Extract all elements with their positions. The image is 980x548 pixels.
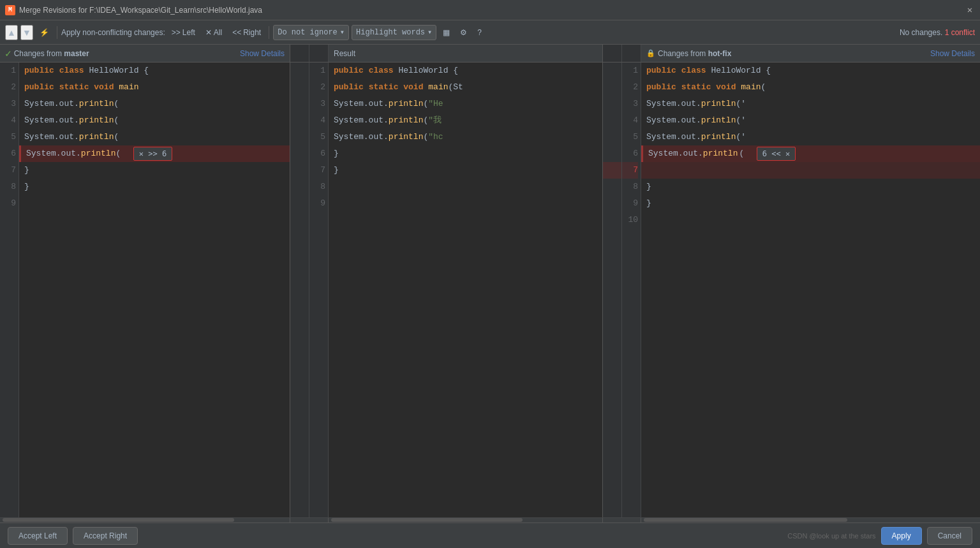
watermark-text: CSDN @look up at the stars — [787, 532, 875, 540]
magic-button[interactable]: ⚡ — [36, 25, 53, 40]
left-code: public class HelloWorld { public static … — [19, 63, 290, 517]
gutter-right-header — [603, 45, 622, 62]
apply-all-button[interactable]: ✕ All — [202, 25, 226, 40]
settings-button[interactable]: ⚙ — [456, 25, 471, 40]
right-code: public class HelloWorld { public static … — [641, 63, 980, 517]
highlight-dropdown[interactable]: Highlight words ▾ — [352, 25, 436, 40]
gutter-left — [290, 63, 309, 517]
middle-panel-title: Result — [334, 49, 355, 58]
apply-left-button[interactable]: >> Left — [168, 25, 199, 40]
accept-right-button[interactable]: Accept Right — [73, 527, 138, 545]
right-line-numbers: 1 2 3 4 5 6 7 8 9 10 — [622, 63, 641, 517]
chevron-left-icon: >> — [172, 28, 181, 37]
accept-left-button[interactable]: Accept Left — [8, 527, 68, 545]
right-panel-header: 🔒 Changes from hot-fix Show Details — [641, 45, 980, 62]
scrollbar-area — [0, 517, 980, 522]
right-lock-icon: 🔒 — [646, 49, 655, 57]
left-panel-header: ✓ Changes from master Show Details — [0, 45, 290, 62]
gutter-right-left — [603, 63, 622, 517]
nav-up-button[interactable]: ▲ — [5, 25, 18, 40]
toolbar: ▲ ▼ ⚡ Apply non-conflicting changes: >> … — [0, 20, 980, 45]
separator-2 — [269, 26, 269, 39]
status-area: No changes. 1 conflict — [900, 28, 975, 37]
gutter-left-header — [290, 45, 309, 62]
title-bar: M Merge Revisions for F:\IDEA_Workspace\… — [0, 0, 980, 20]
gutter-mid-header — [309, 45, 329, 62]
left-panel: 1 2 3 4 5 6 7 8 9 public class HelloWorl… — [0, 63, 290, 517]
middle-panel-header: Result — [329, 45, 603, 62]
conflict-left-button[interactable]: ✕ >> 6 — [133, 147, 172, 161]
separator-1 — [57, 26, 57, 39]
nav-down-button[interactable]: ▼ — [20, 25, 33, 40]
dropdown-arrow-icon-2: ▾ — [427, 27, 432, 37]
grid-button[interactable]: ▦ — [439, 25, 454, 40]
close-button[interactable]: ✕ — [965, 5, 975, 15]
gutter-right2-header — [622, 45, 641, 62]
bottom-bar: Accept Left Accept Right CSDN @look up a… — [0, 522, 980, 548]
help-button[interactable]: ? — [473, 25, 486, 40]
ignore-dropdown[interactable]: Do not ignore ▾ — [273, 25, 349, 40]
cancel-button[interactable]: Cancel — [927, 527, 972, 545]
apply-right-button[interactable]: << Right — [228, 25, 265, 40]
chevron-right-icon: << — [232, 28, 241, 37]
conflict-count: 1 conflict — [945, 28, 975, 37]
bottom-right: CSDN @look up at the stars Apply Cancel — [787, 527, 972, 545]
app-icon: M — [5, 5, 15, 15]
left-line-numbers: 1 2 3 4 5 6 7 8 9 — [0, 63, 19, 517]
right-panel-title: Changes from hot-fix — [658, 49, 731, 58]
right-panel: public class HelloWorld { public static … — [641, 63, 980, 517]
all-icon: ✕ — [205, 28, 212, 37]
dropdown-arrow-icon: ▾ — [340, 27, 345, 37]
apply-label: Apply non-conflicting changes: — [61, 28, 165, 37]
middle-line-numbers-left: 1 2 3 4 5 6 7 8 9 — [309, 63, 329, 517]
apply-button[interactable]: Apply — [881, 527, 922, 545]
middle-panel: public class HelloWorld { public static … — [329, 63, 603, 517]
left-check-icon: ✓ — [5, 47, 11, 60]
left-show-details-link[interactable]: Show Details — [240, 49, 285, 58]
right-show-details-link[interactable]: Show Details — [930, 49, 975, 58]
conflict-right-button[interactable]: 6 << ✕ — [757, 147, 796, 161]
left-panel-title: Changes from master — [14, 49, 89, 58]
title-text: Merge Revisions for F:\IDEA_Workspace\Gi… — [19, 6, 965, 15]
middle-code: public class HelloWorld { public static … — [329, 63, 602, 517]
